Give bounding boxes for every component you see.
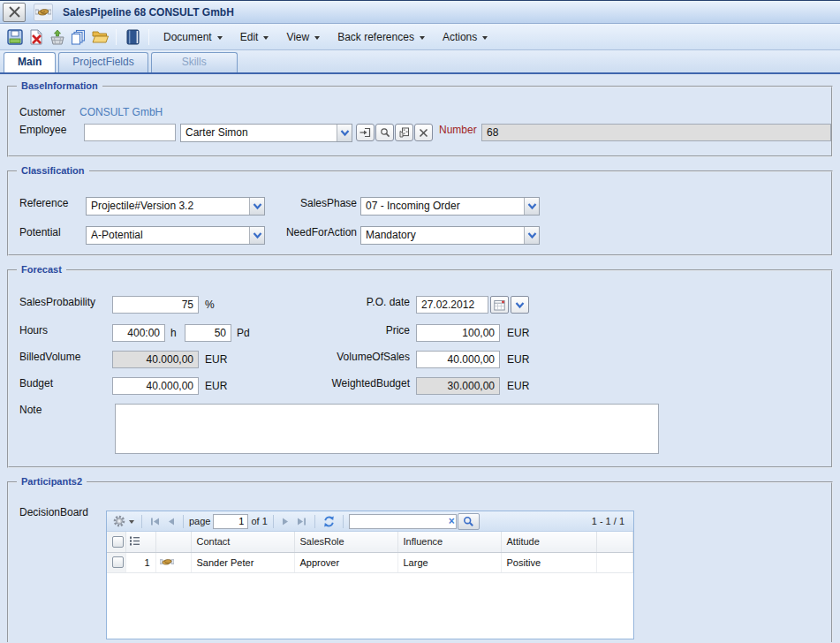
open-folder-button[interactable]	[89, 26, 110, 48]
window-title: SalesPipeline 68 CONSULT GmbH	[63, 6, 234, 19]
paste-employee-button[interactable]	[395, 124, 413, 141]
chevron-down-icon	[515, 301, 525, 309]
table-header-row: Contact SalesRole Influence Attitude	[107, 532, 633, 552]
po-date-input[interactable]	[416, 296, 488, 314]
import-button[interactable]	[47, 26, 68, 48]
grid-search-button[interactable]	[458, 513, 480, 530]
close-button[interactable]	[3, 3, 26, 22]
section-title: BaseInformation	[17, 80, 102, 91]
weightedbudget-label: WeightedBudget	[274, 374, 410, 392]
copy-button[interactable]	[68, 26, 89, 48]
date-dropdown-button[interactable]	[511, 296, 529, 314]
tab-projectfields[interactable]: ProjectFields	[58, 52, 148, 72]
caret-down-icon	[314, 36, 320, 40]
copy-icon	[71, 29, 87, 45]
notebook-button[interactable]	[122, 26, 143, 48]
menu-document[interactable]: Document	[155, 26, 231, 48]
select-all-checkbox[interactable]	[112, 536, 124, 548]
row-number-cell[interactable]: 1	[125, 552, 155, 572]
calendar-icon	[494, 299, 505, 311]
caret-down-icon	[217, 36, 223, 40]
hours-input[interactable]	[112, 324, 165, 342]
grid-toolbar-separator	[343, 515, 344, 528]
decisionboard-label: DecisionBoard	[19, 503, 88, 521]
refresh-button[interactable]	[321, 513, 337, 530]
column-header-salesrole[interactable]: SalesRole	[294, 532, 397, 552]
contact-cell[interactable]: Sander Peter	[191, 552, 294, 572]
salesphase-select[interactable]: 07 - Incoming Order	[360, 197, 540, 216]
influence-cell[interactable]: Large	[397, 552, 501, 572]
import-basket-icon	[49, 29, 65, 45]
notebook-icon	[125, 29, 140, 45]
save-icon	[7, 29, 23, 45]
weightedbudget-field	[416, 377, 500, 395]
weightedbudget-unit: EUR	[507, 377, 529, 395]
salesrole-cell[interactable]: Approver	[294, 552, 397, 572]
row-type-cell[interactable]	[155, 552, 191, 572]
column-header-contact[interactable]: Contact	[191, 532, 294, 552]
search-employee-button[interactable]	[375, 124, 394, 141]
days-unit: Pd	[237, 324, 250, 342]
tab-skills[interactable]: Skills	[151, 52, 238, 72]
first-page-button[interactable]	[148, 513, 163, 530]
calendar-button[interactable]	[490, 296, 509, 314]
table-row[interactable]: 1 Sander Peter Approver Large	[107, 552, 633, 572]
needforaction-select[interactable]: Mandatory	[360, 226, 540, 245]
search-icon	[380, 127, 390, 138]
menu-actions[interactable]: Actions	[434, 26, 496, 48]
section-title: Forecast	[17, 264, 66, 275]
budget-input[interactable]	[112, 377, 199, 395]
last-page-button[interactable]	[294, 513, 309, 530]
title-bar: SalesPipeline 68 CONSULT GmbH	[0, 0, 840, 24]
customer-link[interactable]: CONSULT GmbH	[79, 103, 163, 121]
section-classification: Classification Reference Projectile#Vers…	[7, 170, 833, 256]
budget-unit: EUR	[205, 377, 227, 395]
salesprobability-input[interactable]	[112, 296, 199, 314]
row-checkbox[interactable]	[112, 556, 124, 568]
attitude-cell[interactable]: Positive	[501, 552, 596, 572]
grid-search-input[interactable]	[349, 514, 457, 529]
next-page-button[interactable]	[279, 513, 291, 530]
price-input[interactable]	[416, 324, 500, 342]
page-input[interactable]	[213, 514, 248, 529]
grid-toolbar-separator	[314, 515, 315, 528]
menu-edit[interactable]: Edit	[231, 26, 278, 48]
grid-settings-button[interactable]	[110, 513, 136, 530]
employee-input[interactable]	[84, 124, 176, 141]
caret-down-icon	[129, 520, 134, 524]
search-icon	[463, 516, 474, 527]
select-all-header[interactable]	[107, 532, 125, 552]
needforaction-label: NeedForAction	[221, 223, 357, 241]
menu-view[interactable]: View	[277, 26, 329, 48]
employee-label: Employee	[19, 121, 66, 139]
column-header-influence[interactable]: Influence	[397, 532, 501, 552]
row-number-header[interactable]	[125, 532, 155, 552]
salesphase-label: SalesPhase	[221, 194, 357, 212]
employee-select[interactable]: Carter Simon	[180, 124, 352, 142]
form-content: BaseInformation Customer CONSULT GmbH Em…	[0, 74, 840, 643]
row-select-cell[interactable]	[107, 552, 125, 572]
open-folder-icon	[92, 29, 109, 44]
note-textarea[interactable]	[115, 404, 659, 454]
menu-document-label: Document	[163, 31, 212, 43]
volumeofsales-input[interactable]	[416, 351, 500, 368]
toolbar-separator	[116, 29, 117, 45]
column-header-attitude[interactable]: Attitude	[501, 532, 596, 552]
menu-back-references[interactable]: Back references	[329, 26, 434, 48]
decisionboard-table: Contact SalesRole Influence Attitude 1	[107, 532, 633, 573]
save-button[interactable]	[4, 26, 26, 48]
prev-page-button[interactable]	[165, 513, 178, 530]
volumeofsales-label: VolumeOfSales	[274, 348, 410, 366]
jump-to-record-button[interactable]	[356, 124, 375, 141]
page-of-label: of 1	[251, 516, 267, 526]
salesprobability-label: SalesProbability	[19, 293, 95, 311]
toolbar-separator	[148, 29, 149, 45]
clear-employee-button[interactable]	[414, 124, 433, 141]
chevron-down-icon	[524, 227, 539, 244]
caret-down-icon	[482, 36, 488, 40]
days-input[interactable]	[185, 324, 231, 342]
column-header-filler	[596, 532, 633, 552]
search-clear-icon[interactable]: ×	[449, 514, 455, 529]
delete-button[interactable]	[26, 26, 47, 48]
tab-main[interactable]: Main	[4, 52, 56, 72]
